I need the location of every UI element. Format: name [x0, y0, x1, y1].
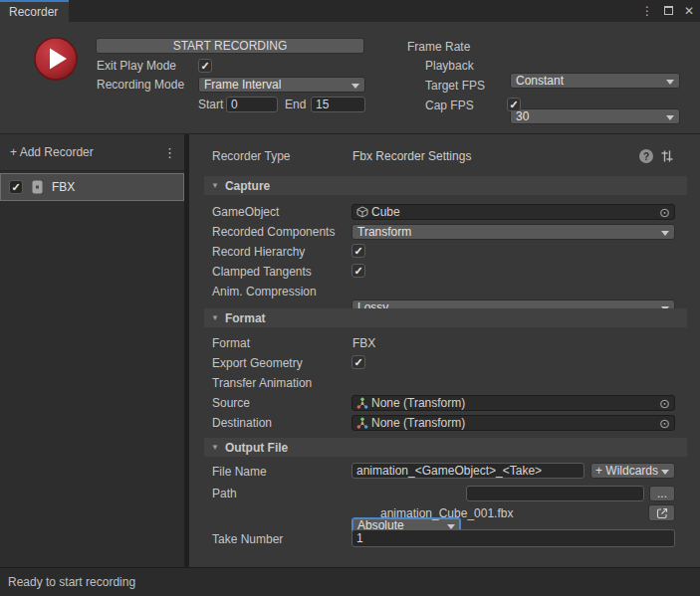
- close-icon[interactable]: ✕: [684, 5, 694, 17]
- chevron-down-icon: [666, 80, 674, 85]
- wildcards-label: + Wildcards: [595, 464, 658, 478]
- end-frame-input[interactable]: [311, 97, 365, 112]
- file-name-label: File Name: [212, 465, 267, 479]
- output-file-preview: animation_Cube_001.fbx: [380, 506, 513, 520]
- check-icon: ✓: [11, 182, 20, 193]
- clamped-tangents-label: Clamped Tangents: [212, 265, 312, 279]
- wildcards-button[interactable]: + Wildcards: [590, 463, 675, 479]
- status-bar: Ready to start recording: [0, 567, 700, 596]
- preset-icon[interactable]: [660, 149, 674, 166]
- record-hierarchy-label: Record Hierarchy: [212, 245, 305, 259]
- open-output-location-button[interactable]: [648, 504, 675, 521]
- destination-field[interactable]: None (Transform) ⊙: [351, 415, 675, 431]
- foldout-icon: ▼: [211, 182, 219, 190]
- record-button[interactable]: [33, 36, 79, 82]
- chevron-down-icon: [351, 84, 359, 89]
- section-output-file[interactable]: ▼ Output File: [204, 438, 687, 457]
- recording-mode-dropdown[interactable]: Frame Interval: [198, 77, 365, 93]
- transform-icon: [356, 417, 368, 429]
- recording-mode-label: Recording Mode: [97, 78, 184, 92]
- cap-fps-checkbox[interactable]: ✓: [507, 98, 521, 111]
- recorder-settings-panel: Recorder Type Fbx Recorder Settings ? ▼ …: [189, 134, 700, 567]
- gameobject-label: GameObject: [212, 205, 279, 219]
- recorder-enabled-checkbox[interactable]: ✓: [9, 180, 23, 194]
- frame-rate-title: Frame Rate: [407, 40, 470, 54]
- window-controls: ⋮ ✕: [641, 0, 694, 22]
- recording-mode-value: Frame Interval: [204, 78, 281, 92]
- take-number-input[interactable]: [351, 529, 675, 547]
- exit-play-mode-label: Exit Play Mode: [97, 59, 176, 73]
- path-label: Path: [212, 487, 237, 500]
- chevron-down-icon: [661, 231, 669, 236]
- target-fps-value: 30: [516, 109, 529, 123]
- section-capture-title: Capture: [225, 179, 270, 193]
- take-number-label: Take Number: [212, 532, 283, 546]
- start-recording-label: START RECORDING: [173, 39, 288, 53]
- maximize-icon[interactable]: [664, 5, 673, 17]
- gameobject-field[interactable]: Cube ⊙: [351, 204, 675, 220]
- chevron-down-icon: [666, 115, 674, 120]
- target-fps-dropdown[interactable]: 30: [510, 108, 680, 124]
- object-picker-icon[interactable]: ⊙: [659, 417, 670, 430]
- status-text: Ready to start recording: [8, 575, 135, 589]
- recorder-item-label: FBX: [52, 180, 75, 194]
- playback-value: Constant: [516, 74, 564, 88]
- recorder-list-panel: + Add Recorder ⋮ ✓ FBX: [0, 134, 184, 567]
- section-format-title: Format: [225, 311, 266, 325]
- help-glyph: ?: [643, 151, 649, 162]
- recorder-type-label: Recorder Type: [212, 149, 291, 163]
- file-name-input[interactable]: [351, 463, 584, 479]
- check-icon: ✓: [353, 357, 362, 368]
- recorder-file-icon: [32, 180, 43, 194]
- object-picker-icon[interactable]: ⊙: [659, 206, 670, 219]
- format-label: Format: [212, 336, 250, 350]
- check-icon: ✓: [353, 266, 362, 277]
- open-external-icon: [656, 507, 668, 519]
- format-value: FBX: [352, 336, 375, 350]
- exit-play-mode-checkbox[interactable]: ✓: [198, 59, 212, 73]
- recorder-list-header: + Add Recorder ⋮: [0, 134, 184, 171]
- playback-dropdown[interactable]: Constant: [510, 73, 680, 89]
- transfer-animation-label: Transfer Animation: [212, 376, 312, 390]
- recorder-window: Recorder ⋮ ✕: [0, 0, 700, 596]
- section-capture[interactable]: ▼ Capture: [204, 176, 687, 195]
- add-recorder-button[interactable]: + Add Recorder: [10, 145, 94, 159]
- tab-title: Recorder: [9, 5, 58, 19]
- title-bar: Recorder ⋮ ✕: [0, 0, 700, 22]
- chevron-down-icon: [661, 470, 669, 475]
- section-format[interactable]: ▼ Format: [204, 308, 687, 327]
- recorded-components-dropdown[interactable]: Transform: [351, 224, 675, 240]
- start-recording-button[interactable]: START RECORDING: [96, 38, 364, 54]
- browse-label: ...: [657, 487, 667, 500]
- start-frame-input[interactable]: [226, 97, 278, 112]
- browse-button[interactable]: ...: [649, 486, 675, 501]
- cap-fps-label: Cap FPS: [425, 99, 474, 112]
- recorder-type-value: Fbx Recorder Settings: [352, 149, 471, 163]
- clamped-tangents-checkbox[interactable]: ✓: [351, 264, 365, 278]
- end-frame-label: End: [285, 98, 306, 111]
- export-geometry-checkbox[interactable]: ✓: [351, 355, 365, 369]
- check-icon: ✓: [509, 99, 518, 110]
- start-frame-label: Start: [198, 98, 223, 111]
- window-menu-icon[interactable]: ⋮: [641, 5, 653, 17]
- playback-label: Playback: [425, 59, 474, 73]
- source-field[interactable]: None (Transform) ⊙: [351, 395, 675, 411]
- recorder-list-item-fbx[interactable]: ✓ FBX: [0, 173, 184, 201]
- foldout-icon: ▼: [211, 444, 219, 452]
- destination-label: Destination: [212, 416, 272, 430]
- source-value: None (Transform): [371, 396, 465, 410]
- gameobject-value: Cube: [371, 205, 400, 219]
- path-input[interactable]: [466, 486, 644, 501]
- section-output-file-title: Output File: [225, 441, 288, 455]
- object-picker-icon[interactable]: ⊙: [659, 397, 670, 410]
- recorder-list-menu-icon[interactable]: ⋮: [163, 145, 176, 160]
- help-icon[interactable]: ?: [639, 149, 653, 163]
- tab-recorder[interactable]: Recorder: [0, 0, 69, 22]
- source-label: Source: [212, 396, 250, 410]
- cube-icon: [356, 206, 368, 218]
- recording-toolbar: START RECORDING Exit Play Mode ✓ Recordi…: [0, 22, 700, 133]
- target-fps-label: Target FPS: [425, 79, 485, 93]
- recorded-components-value: Transform: [357, 225, 411, 239]
- check-icon: ✓: [353, 246, 362, 257]
- record-hierarchy-checkbox[interactable]: ✓: [351, 244, 365, 258]
